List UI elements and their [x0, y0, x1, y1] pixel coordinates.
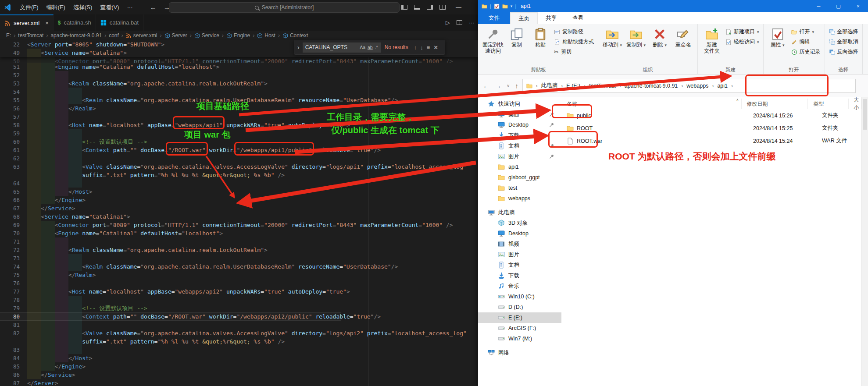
code-line-82[interactable]: 82<Valve className="org.apache.catalina.… — [0, 329, 478, 337]
ribbon-button-固定到快速访问[interactable]: 固定到快 速访问 — [481, 25, 505, 54]
path-item-webapps[interactable]: webapps — [686, 83, 708, 89]
breadcrumb-item-Context[interactable]: Context — [282, 32, 308, 39]
code-line-75[interactable]: 75</Realm> — [0, 271, 478, 279]
layout-customize-icon[interactable] — [439, 5, 446, 10]
code-line-80[interactable]: 80<Context path="" docBase="/ROOT.war" w… — [0, 312, 478, 321]
sidebar-item-图片[interactable]: 图片 — [478, 151, 561, 162]
menu-item-0[interactable]: 文件(F) — [16, 3, 43, 12]
column-header-修改日期[interactable]: 修改日期 — [742, 99, 808, 109]
code-line-65[interactable]: 65</Host> — [0, 188, 478, 196]
whole-word-icon[interactable]: ab — [368, 45, 373, 50]
code-line-84[interactable]: 84</Host> — [0, 354, 478, 362]
sidebar-item-ArcGIS (F:)[interactable]: ArcGIS (F:) — [478, 323, 561, 333]
code-line-62[interactable]: 62 — [0, 154, 478, 163]
menu-item-3[interactable]: 查看(V) — [96, 3, 123, 12]
sidebar-item-api1[interactable]: api1 — [478, 162, 561, 172]
match-case-icon[interactable]: Aa — [360, 45, 365, 50]
code-line-wrap[interactable]: suffix=".txt" pattern="%h %l %u %t &quot… — [0, 337, 478, 346]
code-line-53[interactable]: 53<Realm className="org.apache.catalina.… — [0, 79, 478, 88]
ribbon-button-复制到[interactable]: 复制到 ▾ — [624, 25, 648, 48]
file-row-ROOT[interactable]: ROOT2024/8/14 15:25文件夹 — [561, 122, 861, 135]
find-previous-icon[interactable]: ↑ — [414, 44, 417, 51]
minimize-button[interactable]: — — [456, 4, 461, 11]
recent-locations-icon[interactable]: ∨ — [505, 83, 511, 88]
find-next-icon[interactable]: ↓ — [420, 44, 423, 51]
code-line-74[interactable]: 74<Realm className="org.apache.catalina.… — [0, 262, 478, 271]
column-header-类型[interactable]: 类型 — [808, 99, 848, 109]
breadcrumb-item-Engine[interactable]: Engine — [226, 32, 250, 39]
sidebar-item-gisboot_ggpt[interactable]: gisboot_ggpt — [478, 172, 561, 183]
code-line-69[interactable]: 69<Connector port="8089" protocol="HTTP/… — [0, 221, 478, 229]
sidebar-item-下载[interactable]: 下载 — [478, 270, 561, 281]
sidebar-item-3D 对象[interactable]: 3D 对象 — [478, 218, 561, 228]
code-line-67[interactable]: 67</Service> — [0, 204, 478, 212]
code-line-64[interactable]: 64 — [0, 179, 478, 188]
sidebar-item-E (E:)[interactable]: E (E:) — [478, 312, 561, 323]
code-line-56[interactable]: 56</Realm> — [0, 104, 478, 113]
sidebar-item-Desktop[interactable]: Desktop — [478, 228, 561, 239]
toggle-secondary-sidebar-icon[interactable] — [427, 5, 433, 10]
code-line-78[interactable]: 78 — [0, 296, 478, 304]
ribbon-button-新建项目[interactable]: 新建项目▾ — [725, 28, 759, 35]
sidebar-item-Win10 (C:)[interactable]: Win10 (C:) — [478, 291, 561, 302]
code-line-60[interactable]: 60<!-- 设置默认项目 --> — [0, 138, 478, 146]
toggle-panel-icon[interactable] — [414, 5, 420, 10]
sidebar-item-视频[interactable]: 视频 — [478, 239, 561, 249]
minimize-button[interactable]: ─ — [809, 0, 829, 12]
code-line-71[interactable]: 71 — [0, 237, 478, 246]
ribbon-button-剪切[interactable]: ✂剪切 — [554, 48, 594, 56]
file-row-ROOT.war[interactable]: ROOT.war2024/8/14 15:24WAR 文件 — [561, 135, 861, 147]
tab-file[interactable]: 文件 — [478, 12, 510, 24]
code-line-87[interactable]: 87</Server> — [0, 379, 478, 386]
ribbon-button-属性[interactable]: 属性 ▾ — [766, 25, 789, 48]
ribbon-button-反向选择[interactable]: 反向选择 — [829, 48, 858, 56]
tab-catalina.bat[interactable]: catalina.bat — [96, 14, 144, 31]
sidebar-item-文档[interactable]: 文档 — [478, 141, 561, 151]
code-line-68[interactable]: 68<Service name="Catalina1"> — [0, 212, 478, 221]
sidebar-item-Win7 (M:)[interactable]: Win7 (M:) — [478, 333, 561, 344]
code-line-61[interactable]: 61<Context path="" docBase="/ROOT.war" w… — [0, 146, 478, 154]
code-line-76[interactable]: 76 — [0, 279, 478, 287]
toggle-replace-icon[interactable]: › — [297, 44, 300, 51]
column-header-名称[interactable]: 名称 — [561, 99, 742, 109]
ribbon-button-历史记录[interactable]: 历史记录 — [791, 48, 821, 56]
path-breadcrumb[interactable]: ›此电脑›E (E:)›testTomcat›apache-tomcat-9.0… — [522, 79, 856, 93]
ribbon-button-删除[interactable]: 删除 ▾ — [648, 25, 672, 48]
close-button[interactable]: × — [848, 0, 868, 12]
ribbon-button-移动到[interactable]: 移动到 ▾ — [600, 25, 624, 48]
sidebar-item-桌面[interactable]: 桌面 — [478, 109, 561, 120]
code-editor[interactable]: 50<Connector port="8080" protocol="HTTP/… — [0, 40, 478, 386]
code-line-52[interactable]: 52 — [0, 71, 478, 79]
tab-主页[interactable]: 主页 — [510, 12, 538, 24]
ribbon-button-粘贴[interactable]: 粘贴 — [529, 25, 552, 48]
code-line-81[interactable]: 81 — [0, 321, 478, 329]
ribbon-button-全部选择[interactable]: 全部选择 — [829, 28, 858, 35]
code-line-73[interactable]: 73 — [0, 254, 478, 262]
ribbon-button-全部取消[interactable]: 全部取消 — [829, 38, 858, 46]
ribbon-button-编辑[interactable]: 编辑 — [791, 38, 821, 46]
code-line-58[interactable]: 58<Host name="localhost" appBase="webapp… — [0, 121, 478, 129]
sidebar-item-下载[interactable]: 下载 — [478, 130, 561, 141]
sidebar-item-音乐[interactable]: 音乐 — [478, 281, 561, 291]
breadcrumb-item-server.xml[interactable]: server.xml — [126, 32, 157, 39]
run-button[interactable]: ▷ — [446, 19, 450, 26]
ribbon-button-打开[interactable]: 打开▾ — [791, 28, 821, 35]
sidebar-item-网络[interactable]: 网络 — [478, 347, 561, 358]
path-item-此电脑[interactable]: 此电脑 — [541, 82, 558, 89]
code-line-wrap[interactable]: suffix=".txt" pattern="%h %l %u %t &quot… — [0, 171, 478, 179]
sidebar-item-Desktop[interactable]: Desktop — [478, 120, 561, 130]
sidebar-item-test[interactable]: test — [478, 183, 561, 193]
path-item-E (E:)[interactable]: E (E:) — [566, 83, 580, 89]
tab-共享[interactable]: 共享 — [538, 12, 564, 24]
sidebar-item-图片[interactable]: 图片 — [478, 249, 561, 260]
split-editor-icon[interactable] — [457, 20, 462, 25]
ribbon-button-复制[interactable]: 复制 — [505, 25, 529, 48]
code-line-57[interactable]: 57 — [0, 113, 478, 121]
code-line-77[interactable]: 77<Host name="localhost" appBase="webapp… — [0, 287, 478, 296]
tab-server.xml[interactable]: server.xml× — [0, 14, 54, 31]
ribbon-button-粘贴快捷方式[interactable]: 粘贴快捷方式 — [554, 38, 594, 46]
scrollbar[interactable] — [861, 97, 868, 386]
maximize-button[interactable]: ▢ — [829, 0, 848, 12]
find-in-selection-icon[interactable]: ≡ — [427, 44, 430, 51]
close-find-icon[interactable]: ✕ — [433, 44, 438, 51]
